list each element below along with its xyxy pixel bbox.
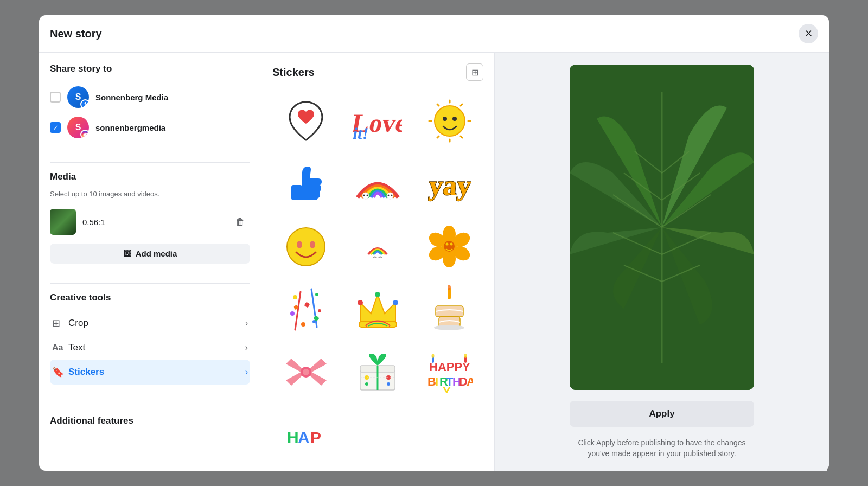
svg-text:it!: it!	[353, 124, 370, 140]
tool-item-text[interactable]: Aa Text ›	[50, 336, 250, 360]
svg-point-84	[464, 354, 467, 358]
account-checkbox-sonnenbergmedia[interactable]	[50, 122, 61, 133]
creative-tools-section: Creative tools ⊞ Crop › Aa Text ›	[50, 292, 250, 385]
svg-point-3	[443, 117, 447, 121]
svg-line-8	[461, 136, 462, 138]
crop-label: Crop	[68, 318, 245, 329]
media-ratio: 0.56:1	[82, 218, 105, 227]
additional-title: Additional features	[50, 415, 250, 426]
account-avatar-sonnenbergmedia: S ◉	[67, 117, 89, 138]
share-section: Share story to S f Sonnenberg Media	[50, 63, 250, 143]
stickers-arrow-icon: ›	[245, 367, 248, 377]
preview-image	[570, 65, 754, 390]
sticker-love-it[interactable]: Love it!	[344, 87, 411, 155]
sticker-thumbs-up[interactable]	[272, 150, 340, 218]
svg-line-12	[437, 104, 439, 106]
sticker-flower[interactable]	[416, 213, 483, 280]
svg-point-69	[365, 382, 368, 386]
stickers-panel: Stickers ⊞ Love it!	[261, 53, 495, 471]
stickers-grid: Love it!	[261, 87, 494, 471]
grid-toggle-button[interactable]: ⊞	[466, 63, 483, 81]
add-media-button[interactable]: 🖼 Add media	[50, 244, 250, 264]
svg-rect-13	[291, 185, 302, 200]
svg-point-42	[293, 295, 297, 299]
svg-point-23	[287, 228, 325, 266]
account-item-sonnenbergmedia[interactable]: S ◉ sonnenbergmedia	[50, 112, 250, 143]
divider-1	[50, 162, 250, 163]
platform-badge-fb: f	[80, 99, 89, 108]
svg-text:A: A	[298, 429, 310, 446]
media-subtitle: Select up to 10 images and videos.	[50, 190, 250, 198]
svg-line-10	[437, 136, 439, 138]
svg-line-6	[461, 104, 462, 106]
svg-point-18	[363, 194, 365, 196]
share-section-title: Share story to	[50, 63, 250, 74]
apply-button[interactable]: Apply	[570, 401, 754, 427]
close-button[interactable]: ✕	[799, 24, 818, 43]
svg-point-61	[434, 325, 464, 330]
sticker-cloud-rainbow[interactable]	[344, 213, 411, 280]
svg-point-43	[315, 293, 318, 296]
account-item-sonnenberg[interactable]: S f Sonnenberg Media	[50, 82, 250, 112]
svg-rect-48	[304, 302, 310, 308]
sticker-rainbow1[interactable]	[344, 150, 411, 218]
text-icon: Aa	[52, 343, 68, 353]
crop-icon: ⊞	[52, 317, 68, 329]
left-panel: Share story to S f Sonnenberg Media	[39, 53, 261, 471]
svg-point-25	[310, 241, 315, 248]
svg-point-4	[452, 117, 457, 121]
svg-text:Y: Y	[443, 385, 451, 393]
svg-point-45	[318, 309, 321, 312]
media-section-title: Media	[50, 171, 250, 182]
text-label: Text	[68, 342, 245, 353]
sticker-happy-birthday[interactable]: HAPPY B I R T H D A Y	[416, 338, 483, 406]
stickers-panel-title: Stickers	[272, 66, 315, 79]
svg-marker-51	[360, 295, 395, 322]
divider-2	[50, 283, 250, 284]
modal-header: New story ✕	[39, 15, 829, 53]
new-story-modal: New story ✕ Share story to S f Sonnenbe	[39, 15, 829, 471]
svg-point-44	[290, 311, 295, 316]
svg-point-63	[303, 369, 309, 375]
sticker-happy-sun[interactable]	[416, 87, 483, 155]
sticker-confetti[interactable]	[272, 276, 340, 343]
add-media-icon: 🖼	[123, 249, 131, 258]
svg-text:A: A	[467, 375, 473, 388]
delete-media-button[interactable]: 🗑	[231, 212, 250, 232]
preview-image-inner	[570, 65, 754, 390]
media-item: 0.56:1 🗑	[50, 204, 250, 239]
sticker-yay[interactable]: yay	[416, 150, 483, 218]
sticker-crown[interactable]	[344, 276, 411, 343]
sticker-smiley[interactable]	[272, 213, 340, 280]
account-name-sonnenbergmedia: sonnenbergmedia	[95, 123, 165, 132]
svg-point-39	[450, 243, 453, 246]
preview-panel: Apply Click Apply before publishing to h…	[495, 53, 829, 471]
text-arrow-icon: ›	[245, 343, 248, 353]
svg-point-83	[432, 354, 435, 358]
sticker-bow[interactable]	[272, 338, 340, 406]
apply-hint: Click Apply before publishing to have th…	[570, 438, 754, 459]
account-checkbox-sonnenberg[interactable]	[50, 92, 61, 103]
sticker-party-extra[interactable]: H A P	[272, 401, 340, 469]
platform-badge-ig: ◉	[80, 130, 89, 138]
svg-point-20	[387, 194, 389, 196]
svg-rect-58	[436, 306, 463, 317]
sticker-cake[interactable]	[416, 276, 483, 343]
svg-point-54	[375, 292, 380, 297]
tool-item-crop[interactable]: ⊞ Crop ›	[50, 311, 250, 336]
svg-point-47	[312, 320, 316, 323]
svg-point-70	[387, 382, 390, 386]
svg-point-46	[301, 322, 305, 327]
add-media-label: Add media	[136, 249, 177, 258]
sticker-gift-box[interactable]	[344, 338, 411, 406]
stickers-header: Stickers ⊞	[261, 53, 494, 87]
svg-text:H: H	[287, 429, 299, 446]
tool-item-stickers[interactable]: 🔖 Stickers ›	[50, 360, 250, 385]
modal-title: New story	[50, 28, 102, 40]
svg-text:P: P	[310, 429, 321, 446]
sticker-icon: 🔖	[52, 366, 68, 378]
additional-section: Additional features	[50, 415, 250, 434]
svg-text:HAPPY: HAPPY	[429, 360, 470, 374]
media-thumbnail	[50, 209, 76, 235]
sticker-heart-pin[interactable]	[272, 87, 340, 155]
